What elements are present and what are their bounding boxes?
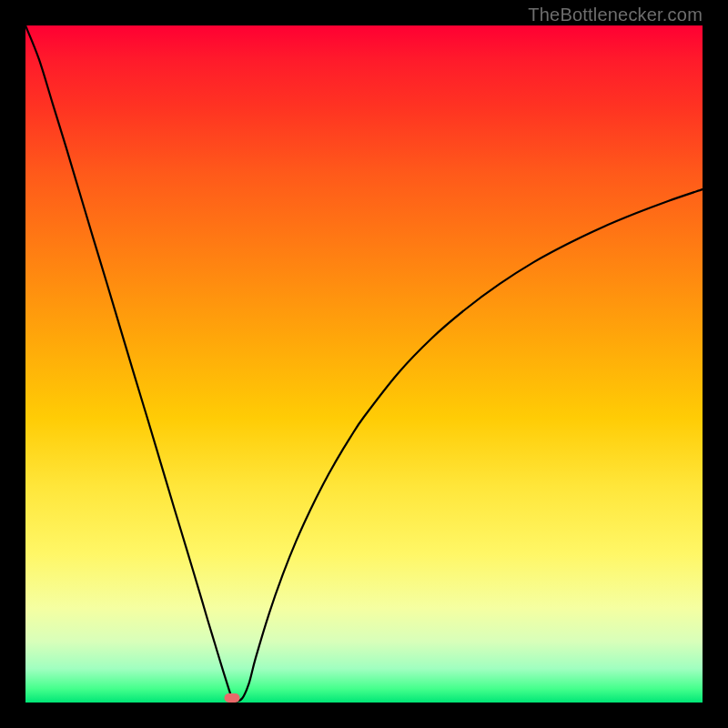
chart-container: TheBottlenecker.com bbox=[0, 0, 728, 728]
plot-area bbox=[25, 25, 703, 703]
watermark-text: TheBottlenecker.com bbox=[528, 5, 703, 25]
minimum-marker bbox=[224, 693, 239, 703]
bottleneck-curve bbox=[25, 25, 703, 703]
